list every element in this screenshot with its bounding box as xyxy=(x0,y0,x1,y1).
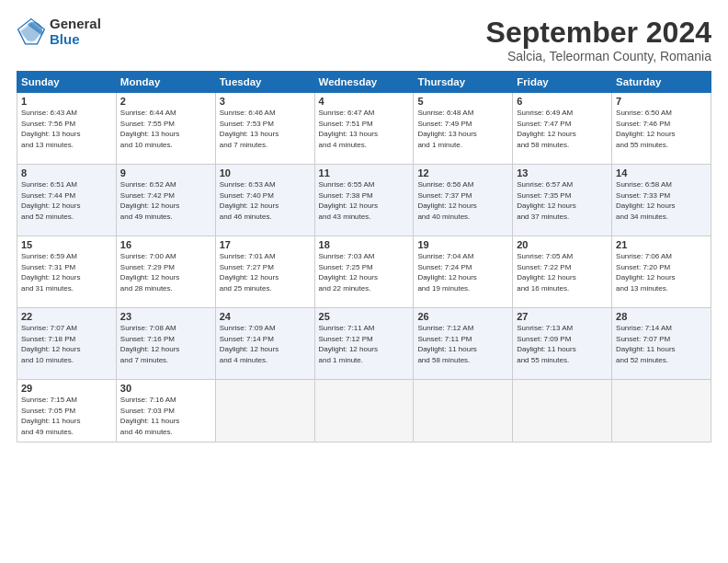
day-info: Sunrise: 7:01 AMSunset: 7:27 PMDaylight:… xyxy=(220,251,311,293)
day-number: 10 xyxy=(220,167,311,178)
day-number: 2 xyxy=(120,96,211,107)
day-number: 24 xyxy=(220,311,311,322)
day-info: Sunrise: 7:07 AMSunset: 7:18 PMDaylight:… xyxy=(21,323,112,365)
logo-text: General Blue xyxy=(50,17,101,47)
table-row: 13Sunrise: 6:57 AMSunset: 7:35 PMDayligh… xyxy=(513,165,612,236)
table-row: 18Sunrise: 7:03 AMSunset: 7:25 PMDayligh… xyxy=(314,236,414,308)
day-info: Sunrise: 6:50 AMSunset: 7:46 PMDaylight:… xyxy=(616,108,707,150)
table-row: 5Sunrise: 6:48 AMSunset: 7:49 PMDaylight… xyxy=(414,93,513,165)
day-info: Sunrise: 6:55 AMSunset: 7:38 PMDaylight:… xyxy=(319,179,410,222)
day-number: 7 xyxy=(616,96,707,107)
table-row: 16Sunrise: 7:00 AMSunset: 7:29 PMDayligh… xyxy=(116,236,215,308)
col-sunday: Sunday xyxy=(17,72,117,93)
day-number: 19 xyxy=(417,239,508,250)
table-row: 8Sunrise: 6:51 AMSunset: 7:44 PMDaylight… xyxy=(17,165,117,236)
col-friday: Friday xyxy=(513,72,612,93)
table-row: 21Sunrise: 7:06 AMSunset: 7:20 PMDayligh… xyxy=(612,236,711,308)
table-row: 23Sunrise: 7:08 AMSunset: 7:16 PMDayligh… xyxy=(116,308,215,380)
page: General Blue September 2024 Salcia, Tele… xyxy=(0,0,728,563)
table-row: 10Sunrise: 6:53 AMSunset: 7:40 PMDayligh… xyxy=(215,165,314,236)
table-row: 2Sunrise: 6:44 AMSunset: 7:55 PMDaylight… xyxy=(116,93,215,165)
table-row: 19Sunrise: 7:04 AMSunset: 7:24 PMDayligh… xyxy=(414,236,513,308)
day-number: 4 xyxy=(319,96,410,107)
month-title: September 2024 xyxy=(486,17,711,49)
day-info: Sunrise: 7:00 AMSunset: 7:29 PMDaylight:… xyxy=(120,251,211,293)
day-info: Sunrise: 7:12 AMSunset: 7:11 PMDaylight:… xyxy=(417,323,508,365)
day-number: 12 xyxy=(417,167,508,178)
day-info: Sunrise: 6:48 AMSunset: 7:49 PMDaylight:… xyxy=(417,108,508,150)
day-info: Sunrise: 6:46 AMSunset: 7:53 PMDaylight:… xyxy=(220,108,311,150)
table-row: 9Sunrise: 6:52 AMSunset: 7:42 PMDaylight… xyxy=(116,165,215,236)
day-info: Sunrise: 6:44 AMSunset: 7:55 PMDaylight:… xyxy=(120,108,211,150)
day-number: 21 xyxy=(616,239,707,250)
table-row: 7Sunrise: 6:50 AMSunset: 7:46 PMDaylight… xyxy=(612,93,711,165)
day-number: 23 xyxy=(120,311,211,322)
table-row: 27Sunrise: 7:13 AMSunset: 7:09 PMDayligh… xyxy=(513,308,612,380)
day-number: 26 xyxy=(417,311,508,322)
day-number: 22 xyxy=(21,311,112,322)
day-info: Sunrise: 7:09 AMSunset: 7:14 PMDaylight:… xyxy=(220,323,311,365)
day-number: 9 xyxy=(120,167,211,178)
table-row: 14Sunrise: 6:58 AMSunset: 7:33 PMDayligh… xyxy=(612,165,711,236)
col-monday: Monday xyxy=(116,72,215,93)
day-info: Sunrise: 7:13 AMSunset: 7:09 PMDaylight:… xyxy=(517,323,608,365)
table-row: 30Sunrise: 7:16 AMSunset: 7:03 PMDayligh… xyxy=(116,380,215,442)
day-info: Sunrise: 6:51 AMSunset: 7:44 PMDaylight:… xyxy=(21,179,112,222)
day-number: 11 xyxy=(319,167,410,178)
day-info: Sunrise: 7:05 AMSunset: 7:22 PMDaylight:… xyxy=(517,251,608,293)
logo-general: General xyxy=(50,17,101,32)
table-row: 28Sunrise: 7:14 AMSunset: 7:07 PMDayligh… xyxy=(612,308,711,380)
table-row: 24Sunrise: 7:09 AMSunset: 7:14 PMDayligh… xyxy=(215,308,314,380)
table-row: 4Sunrise: 6:47 AMSunset: 7:51 PMDaylight… xyxy=(314,93,414,165)
day-info: Sunrise: 6:56 AMSunset: 7:37 PMDaylight:… xyxy=(417,179,508,222)
day-info: Sunrise: 7:15 AMSunset: 7:05 PMDaylight:… xyxy=(21,395,112,437)
day-number: 27 xyxy=(517,311,608,322)
day-number: 16 xyxy=(120,239,211,250)
day-number: 6 xyxy=(517,96,608,107)
logo-icon xyxy=(17,17,46,47)
day-number: 18 xyxy=(319,239,410,250)
table-row xyxy=(414,380,513,442)
day-info: Sunrise: 6:53 AMSunset: 7:40 PMDaylight:… xyxy=(220,179,311,222)
day-number: 20 xyxy=(517,239,608,250)
day-info: Sunrise: 7:08 AMSunset: 7:16 PMDaylight:… xyxy=(120,323,211,365)
day-number: 17 xyxy=(220,239,311,250)
table-row: 11Sunrise: 6:55 AMSunset: 7:38 PMDayligh… xyxy=(314,165,414,236)
table-row: 12Sunrise: 6:56 AMSunset: 7:37 PMDayligh… xyxy=(414,165,513,236)
day-info: Sunrise: 6:47 AMSunset: 7:51 PMDaylight:… xyxy=(319,108,410,150)
logo-blue: Blue xyxy=(50,32,101,48)
table-row: 15Sunrise: 6:59 AMSunset: 7:31 PMDayligh… xyxy=(17,236,117,308)
day-number: 25 xyxy=(319,311,410,322)
day-number: 15 xyxy=(21,239,112,250)
col-tuesday: Tuesday xyxy=(215,72,314,93)
table-row: 3Sunrise: 6:46 AMSunset: 7:53 PMDaylight… xyxy=(215,93,314,165)
header: General Blue September 2024 Salcia, Tele… xyxy=(17,17,711,63)
table-row xyxy=(612,380,711,442)
day-number: 28 xyxy=(616,311,707,322)
day-info: Sunrise: 7:04 AMSunset: 7:24 PMDaylight:… xyxy=(417,251,508,293)
table-row: 25Sunrise: 7:11 AMSunset: 7:12 PMDayligh… xyxy=(314,308,414,380)
col-thursday: Thursday xyxy=(414,72,513,93)
day-number: 5 xyxy=(417,96,508,107)
day-info: Sunrise: 7:06 AMSunset: 7:20 PMDaylight:… xyxy=(616,251,707,293)
day-number: 30 xyxy=(120,383,211,394)
day-number: 8 xyxy=(21,167,112,178)
day-info: Sunrise: 6:59 AMSunset: 7:31 PMDaylight:… xyxy=(21,251,112,293)
day-info: Sunrise: 6:52 AMSunset: 7:42 PMDaylight:… xyxy=(120,179,211,222)
day-info: Sunrise: 7:14 AMSunset: 7:07 PMDaylight:… xyxy=(616,323,707,365)
day-number: 3 xyxy=(220,96,311,107)
title-block: September 2024 Salcia, Teleorman County,… xyxy=(486,17,711,63)
table-row xyxy=(513,380,612,442)
table-row: 17Sunrise: 7:01 AMSunset: 7:27 PMDayligh… xyxy=(215,236,314,308)
table-row: 26Sunrise: 7:12 AMSunset: 7:11 PMDayligh… xyxy=(414,308,513,380)
day-info: Sunrise: 6:43 AMSunset: 7:56 PMDaylight:… xyxy=(21,108,112,150)
table-row: 29Sunrise: 7:15 AMSunset: 7:05 PMDayligh… xyxy=(17,380,117,442)
day-info: Sunrise: 7:16 AMSunset: 7:03 PMDaylight:… xyxy=(120,395,211,437)
day-number: 14 xyxy=(616,167,707,178)
table-row: 22Sunrise: 7:07 AMSunset: 7:18 PMDayligh… xyxy=(17,308,117,380)
day-info: Sunrise: 7:11 AMSunset: 7:12 PMDaylight:… xyxy=(319,323,410,365)
table-row xyxy=(215,380,314,442)
header-row: Sunday Monday Tuesday Wednesday Thursday… xyxy=(17,72,711,93)
table-row: 1Sunrise: 6:43 AMSunset: 7:56 PMDaylight… xyxy=(17,93,117,165)
day-number: 13 xyxy=(517,167,608,178)
